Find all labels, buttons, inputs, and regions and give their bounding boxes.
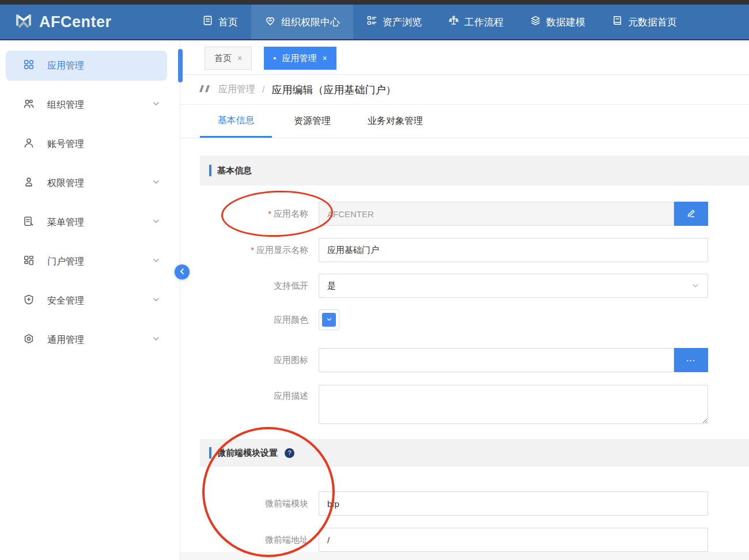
micro-module-input[interactable] [319, 491, 708, 516]
ellipsis-icon: ··· [687, 356, 696, 365]
browser-top-strip [0, 0, 749, 5]
sidebar-item-menu-management[interactable]: 菜单管理 [0, 203, 180, 242]
required-marker: * [268, 209, 271, 218]
workflow-icon [448, 15, 459, 29]
display-name-input[interactable] [319, 238, 708, 262]
section-header-micro-frontend: 微前端模块设置 ? [200, 439, 749, 467]
nav-item-workflow[interactable]: 工作流程 [435, 5, 517, 39]
sidebar-item-label: 账号管理 [47, 138, 84, 150]
app-icon-label: 应用图标 [180, 348, 308, 372]
section-accent-bar [209, 165, 211, 176]
tab-resource-management[interactable]: 资源管理 [287, 105, 338, 138]
sidebar-item-app-management[interactable]: 应用管理 [6, 51, 167, 81]
sidebar-item-label: 菜单管理 [47, 217, 84, 229]
app-title: AFCenter [39, 13, 112, 31]
chevron-down-icon [152, 217, 160, 228]
sidebar-item-general-management[interactable]: 通用管理 [0, 320, 180, 360]
section-title: 基本信息 [217, 165, 252, 176]
section-header-basic-info: 基本信息 [200, 156, 749, 186]
section-title: 微前端模块设置 [217, 448, 278, 459]
app-color-picker[interactable] [319, 309, 339, 330]
chevron-down-icon [326, 315, 332, 325]
form-row-app-name: *应用名称 [180, 202, 749, 226]
sidebar-item-account-management[interactable]: 账号管理 [0, 124, 180, 164]
app-name-input[interactable] [319, 202, 674, 226]
menu-doc-icon [23, 215, 35, 229]
book-icon [612, 15, 623, 29]
nav-item-data-modeling[interactable]: 数据建模 [517, 5, 599, 39]
sidebar-collapse-button[interactable] [175, 264, 190, 279]
sidebar-item-label: 门户管理 [47, 256, 84, 268]
app-icon-input[interactable] [319, 348, 674, 372]
page-tab-app-management[interactable]: ● 应用管理 × [264, 47, 336, 70]
form-row-app-desc: 应用描述 [180, 385, 749, 424]
nav-item-label: 工作流程 [464, 16, 504, 29]
breadcrumb-parent[interactable]: 应用管理 [218, 84, 255, 96]
app-color-label: 应用颜色 [180, 309, 308, 330]
nav-item-metadata-home[interactable]: 元数据首页 [599, 5, 690, 39]
sidebar-list: 组织管理 账号管理 权限管理 菜单管理 [0, 85, 180, 360]
nav-item-org-permission-center[interactable]: 组织权限中心 [251, 5, 353, 39]
app-color-swatch [322, 313, 336, 327]
permission-icon [23, 176, 35, 190]
content-bottom-strip [180, 552, 749, 560]
content-scroll-indicator[interactable] [178, 49, 183, 82]
afcenter-app-window: AFCenter 首页 组织权限中心 资产浏览 [0, 0, 749, 560]
document-icon [202, 15, 213, 29]
sidebar-item-permission-management[interactable]: 权限管理 [0, 164, 180, 203]
pencil-icon [686, 208, 696, 220]
app-header: AFCenter 首页 组织权限中心 资产浏览 [0, 5, 749, 40]
page-tab-home[interactable]: 首页 × [205, 47, 252, 70]
sidebar-item-org-management[interactable]: 组织管理 [0, 85, 180, 124]
micro-module-label: 微前端模块 [180, 491, 308, 516]
sidebar-item-security-management[interactable]: 安全管理 [0, 281, 180, 320]
nav-item-label: 资产浏览 [383, 16, 422, 29]
nav-item-label: 首页 [218, 16, 238, 29]
nav-item-label: 数据建模 [546, 16, 585, 29]
sidebar-item-label: 通用管理 [47, 334, 84, 346]
shield-plus-icon [23, 294, 35, 308]
chevron-down-icon [152, 335, 160, 345]
micro-url-label: 微前端地址 [180, 528, 308, 552]
tab-basic-info[interactable]: 基本信息 [200, 105, 272, 138]
main-nav: 首页 组织权限中心 资产浏览 工作流程 [189, 5, 690, 39]
app-name-label: *应用名称 [180, 202, 308, 226]
sidebar-item-label: 安全管理 [47, 295, 84, 307]
help-icon[interactable]: ? [285, 448, 294, 458]
form-row-micro-url: 微前端地址 [180, 528, 749, 552]
portal-grid-icon [23, 255, 35, 268]
form-row-display-name: *应用显示名称 [180, 238, 749, 262]
sidebar-item-label: 权限管理 [47, 177, 84, 190]
form-row-low-code: 支持低开 [180, 274, 749, 298]
app-desc-textarea[interactable] [319, 385, 708, 424]
form-row-app-icon: 应用图标 ··· [180, 348, 749, 372]
heart-icon [264, 15, 276, 29]
main-content: 首页 × ● 应用管理 × 应用管理 / 应用编辑（应用基础门户） 基本信息 资… [180, 40, 749, 560]
close-icon[interactable]: × [322, 54, 327, 62]
nav-item-asset-browse[interactable]: 资产浏览 [353, 5, 435, 39]
close-icon[interactable]: × [237, 54, 242, 62]
layers-icon [530, 15, 541, 29]
edit-app-name-button[interactable] [674, 202, 708, 226]
nav-item-home[interactable]: 首页 [189, 5, 251, 39]
chevron-down-icon [152, 296, 160, 306]
chevron-down-icon [152, 100, 160, 110]
active-dot-icon: ● [273, 56, 276, 61]
sidebar-item-portal-management[interactable]: 门户管理 [0, 242, 180, 281]
micro-url-input[interactable] [319, 528, 708, 552]
app-logo[interactable]: AFCenter [14, 11, 112, 33]
app-icon-browse-button[interactable]: ··· [674, 348, 708, 372]
chevron-down-icon [152, 256, 160, 267]
chevron-down-icon [152, 178, 160, 188]
apps-grid-icon [23, 59, 35, 73]
tab-business-object-management[interactable]: 业务对象管理 [361, 105, 430, 138]
breadcrumb-slashes-icon [199, 85, 211, 95]
low-code-select[interactable] [319, 274, 708, 298]
required-marker: * [251, 245, 254, 255]
people-icon [23, 98, 35, 112]
form-row-app-color: 应用颜色 [180, 309, 749, 330]
low-code-label: 支持低开 [180, 274, 308, 298]
nav-item-label: 组织权限中心 [281, 16, 340, 29]
form-row-micro-module: 微前端模块 [180, 491, 749, 516]
breadcrumb-current: 应用编辑（应用基础门户） [271, 83, 396, 97]
